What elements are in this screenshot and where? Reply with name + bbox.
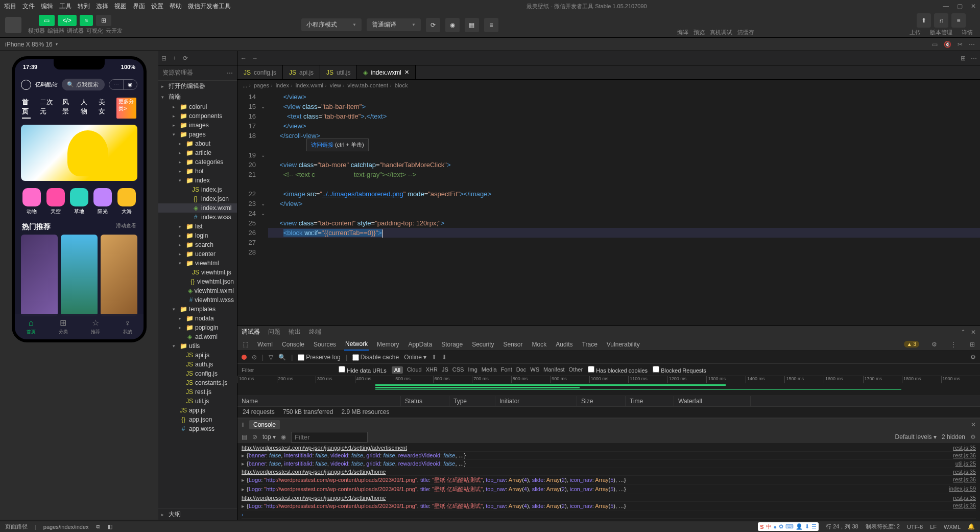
language-mode[interactable]: WXML (944, 524, 961, 530)
devtools-tab[interactable]: Memory (376, 339, 400, 350)
explorer-more-icon[interactable]: ⋯ (227, 70, 233, 77)
debugger-button[interactable]: ≈ (80, 15, 93, 26)
menu-item[interactable]: 项目 (4, 2, 16, 11)
category-item[interactable]: 阳光 (93, 188, 112, 215)
menu-item[interactable]: 工具 (59, 2, 71, 11)
devtools-tab[interactable]: Security (471, 339, 495, 350)
devtools-more-icon[interactable]: ⋮ (949, 339, 958, 350)
scene-icon[interactable]: ◧ (107, 523, 112, 530)
upload-icon[interactable]: ⬆ (917, 13, 931, 28)
editor-button[interactable]: </> (58, 15, 77, 26)
banner-image[interactable] (21, 125, 137, 181)
menu-item[interactable]: 文件 (22, 2, 35, 11)
search-input[interactable]: 🔍点我搜索 (62, 79, 105, 90)
table-column-header[interactable]: Time (626, 396, 674, 407)
filter-chip[interactable]: Manifest (543, 366, 565, 374)
menu-item[interactable]: 选择 (96, 2, 108, 11)
notification-icon[interactable]: 🔔 (968, 523, 975, 530)
filter-chip[interactable]: CSS (452, 366, 464, 374)
filter-chip[interactable]: Doc (516, 366, 527, 374)
menu-item[interactable]: 视图 (114, 2, 127, 11)
debug-tab[interactable]: 终端 (309, 328, 321, 336)
console-log-line[interactable]: ▸{banner: false, interstitialid: false, … (242, 460, 976, 468)
encoding-info[interactable]: UTF-8 (907, 524, 923, 530)
back-icon[interactable]: ← (241, 55, 247, 62)
tree-node[interactable]: ▾📁utils (158, 341, 237, 351)
tree-node[interactable]: ▸📁categories (158, 157, 237, 167)
disable-cache-checkbox[interactable]: Disable cache (352, 354, 399, 361)
clear-cache-icon[interactable]: ≡ (484, 18, 498, 32)
clear-icon[interactable]: ⊘ (252, 354, 257, 361)
breadcrumb[interactable]: ...pagesindexindex.wxmlviewview.tab-cont… (237, 80, 980, 91)
category-item[interactable]: 草地 (70, 188, 88, 215)
console-filter-input[interactable] (291, 432, 368, 443)
search-net-icon[interactable]: 🔍 (278, 354, 286, 361)
breadcrumb-item[interactable]: block (395, 82, 408, 88)
menu-item[interactable]: 微信开发者工具 (188, 2, 231, 11)
devtools-tab[interactable]: Audits (555, 339, 573, 350)
tabbar-item[interactable]: ♀我的 (123, 318, 132, 335)
filter-chip[interactable]: Other (569, 366, 583, 374)
console-output[interactable]: http://wordpresstest.com/wp-json/jiangqi… (237, 443, 980, 520)
section-more[interactable]: 滑动查看 (116, 222, 136, 232)
filter-chip[interactable]: WS (530, 366, 539, 374)
preview-icon[interactable]: ◉ (445, 18, 460, 32)
wallpaper-thumb[interactable] (21, 235, 58, 316)
remote-debug-icon[interactable]: ▦ (465, 18, 479, 32)
avatar[interactable] (5, 17, 21, 33)
console-log-line[interactable]: ▸{Logo: "http://wordpresstest.com/wp-con… (242, 485, 976, 494)
breadcrumb-item[interactable]: index (276, 82, 293, 88)
forward-icon[interactable]: → (252, 55, 258, 62)
refresh-icon[interactable]: ⟳ (426, 18, 440, 32)
devtools-tab[interactable]: Mock (531, 339, 548, 350)
eye-icon[interactable]: ◉ (281, 433, 286, 441)
filter-chip[interactable]: JS (442, 366, 448, 374)
outline-section[interactable]: ▸大纲 (158, 508, 237, 520)
tree-section[interactable]: ▾前端 (158, 91, 237, 102)
download-har-icon[interactable]: ⬇ (442, 354, 447, 361)
close-icon[interactable]: ✕ (971, 3, 976, 10)
maximize-icon[interactable]: ▢ (957, 3, 963, 10)
hide-urls-checkbox[interactable]: Hide data URLs (339, 366, 387, 374)
tree-node[interactable]: JSindex.js (158, 185, 237, 194)
console-sidebar-icon[interactable]: ▤ (242, 433, 247, 441)
tree-node[interactable]: JSconstants.js (158, 378, 237, 387)
tree-node[interactable]: ▾📁pages (158, 130, 237, 139)
devtools-tab[interactable]: Trace (581, 339, 599, 350)
devtools-tab[interactable]: Sensor (503, 339, 524, 350)
devtools-tab[interactable]: Wxml (256, 339, 274, 350)
tree-node[interactable]: {}index.json (158, 194, 237, 203)
devtools-settings-icon[interactable]: ⚙ (930, 339, 938, 350)
tree-node[interactable]: ▸📁about (158, 139, 237, 148)
filter-chip[interactable]: XHR (426, 366, 438, 374)
capsule-menu[interactable]: ⋯◉ (109, 79, 137, 90)
nav-tab[interactable]: 美女 (99, 98, 107, 119)
menu-item[interactable]: 帮助 (170, 2, 182, 11)
filter-toggle-icon[interactable]: ▽ (269, 354, 273, 361)
tree-node[interactable]: ▸📁nodata (158, 314, 237, 323)
devtools-tab[interactable]: Console (281, 339, 305, 350)
tree-node[interactable]: ▸📁search (158, 240, 237, 249)
table-column-header[interactable]: Waterfall (674, 396, 751, 407)
devtools-tab[interactable]: AppData (407, 339, 433, 350)
console-log-line[interactable]: ▸{banner: false, interstitialid: false, … (242, 452, 976, 460)
console-close-icon[interactable]: ✕ (971, 421, 976, 428)
log-levels-dropdown[interactable]: Default levels ▾ (895, 433, 937, 441)
filter-chip[interactable]: Media (482, 366, 497, 374)
visual-button[interactable]: ⊞ (96, 15, 111, 26)
menu-item[interactable]: 编辑 (41, 2, 53, 11)
tree-node[interactable]: JSapi.js (158, 351, 237, 360)
devtools-tab[interactable]: Sources (313, 339, 337, 350)
filter-chip[interactable]: Cloud (407, 366, 422, 374)
minimize-icon[interactable]: — (943, 3, 949, 10)
devtools-tab[interactable]: Network (344, 338, 369, 351)
tree-node[interactable]: ▸📁images (158, 121, 237, 130)
more-categories[interactable]: 更多分类> (116, 98, 136, 119)
dock-icon[interactable]: ⊞ (969, 339, 976, 350)
editor-tab[interactable]: JSutil.js (320, 65, 357, 79)
eol-info[interactable]: LF (930, 524, 937, 530)
version-icon[interactable]: ⎌ (934, 13, 948, 28)
context-dropdown[interactable]: top ▾ (262, 433, 276, 441)
filter-chip[interactable]: Img (468, 366, 477, 374)
network-timeline[interactable]: 100 ms200 ms300 ms400 ms500 ms600 ms700 … (237, 376, 980, 396)
